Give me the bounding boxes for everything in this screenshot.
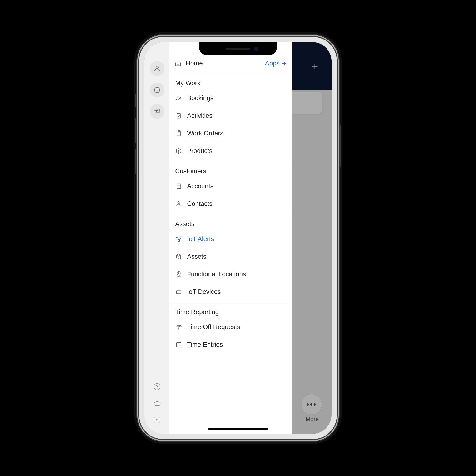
nav-panel: Home Apps My Work Bookings Activities xyxy=(170,42,292,434)
volume-up xyxy=(135,118,137,143)
cloud-icon xyxy=(153,400,161,407)
clipboard-icon xyxy=(175,130,182,137)
nav-label: Functional Locations xyxy=(187,271,246,278)
building-icon xyxy=(175,183,182,190)
svg-point-14 xyxy=(180,237,181,238)
nav-iot-devices[interactable]: IoT Devices xyxy=(170,283,292,301)
box-icon xyxy=(175,147,182,154)
section-time-reporting: Time Reporting xyxy=(170,303,292,318)
location-pin-icon xyxy=(175,271,182,278)
pin-icon xyxy=(153,108,161,115)
clock-icon xyxy=(153,86,161,94)
iot-alert-icon xyxy=(175,235,182,242)
package-wrench-icon xyxy=(175,253,182,260)
section-my-work: My Work xyxy=(170,74,292,89)
help-icon xyxy=(153,383,161,391)
svg-point-4 xyxy=(156,419,158,421)
nav-label: Work Orders xyxy=(187,130,223,137)
nav-bookings[interactable]: Bookings xyxy=(170,89,292,107)
nav-iot-alerts[interactable]: IoT Alerts xyxy=(170,230,292,248)
nav-contacts[interactable]: Contacts xyxy=(170,195,292,213)
palm-icon xyxy=(175,323,182,331)
nav-time-off-requests[interactable]: Time Off Requests xyxy=(170,318,292,336)
nav-activities[interactable]: Activities xyxy=(170,107,292,124)
nav-label: Time Entries xyxy=(187,341,223,348)
profile-button[interactable] xyxy=(150,61,165,76)
nav-time-entries[interactable]: Time Entries xyxy=(170,336,292,354)
nav-assets[interactable]: Assets xyxy=(170,248,292,265)
apps-link[interactable]: Apps xyxy=(265,60,287,67)
settings-button[interactable] xyxy=(153,416,161,424)
power-button xyxy=(339,125,341,167)
pinned-button[interactable] xyxy=(150,104,165,119)
home-icon xyxy=(175,60,181,67)
phone-frame: ＋ ••• More xyxy=(139,37,337,439)
gear-icon xyxy=(153,416,161,424)
calendar-icon xyxy=(175,341,182,348)
mute-switch xyxy=(135,94,137,107)
screen: ＋ ••• More xyxy=(144,42,332,434)
nav-label: IoT Alerts xyxy=(187,235,214,243)
nav-label: Activities xyxy=(187,112,213,119)
nav-label: Contacts xyxy=(187,200,213,207)
device-icon xyxy=(175,288,182,295)
section-customers: Customers xyxy=(170,162,292,177)
svg-point-6 xyxy=(179,97,181,99)
device-notch xyxy=(199,42,277,55)
section-assets: Assets xyxy=(170,215,292,230)
nav-label: Time Off Requests xyxy=(187,323,240,331)
volume-down xyxy=(135,149,137,174)
help-button[interactable] xyxy=(153,382,161,391)
offline-button[interactable] xyxy=(153,399,161,408)
nav-accounts[interactable]: Accounts xyxy=(170,177,292,195)
icon-rail xyxy=(144,42,170,434)
nav-label: Products xyxy=(187,147,213,155)
svg-point-0 xyxy=(156,66,158,68)
panel-header: Home Apps xyxy=(170,53,292,74)
home-label[interactable]: Home xyxy=(186,60,203,67)
svg-point-5 xyxy=(177,96,178,98)
nav-label: Assets xyxy=(187,253,206,260)
svg-point-13 xyxy=(177,237,178,238)
svg-rect-11 xyxy=(177,184,181,189)
nav-label: IoT Devices xyxy=(187,288,221,296)
nav-functional-locations[interactable]: Functional Locations xyxy=(170,265,292,283)
recent-button[interactable] xyxy=(150,83,165,97)
svg-point-12 xyxy=(178,202,180,204)
person-icon xyxy=(153,65,161,72)
svg-rect-18 xyxy=(177,343,181,347)
arrow-right-icon xyxy=(281,61,287,67)
clipboard-check-icon xyxy=(175,112,182,119)
home-indicator[interactable] xyxy=(208,428,268,430)
person-icon xyxy=(175,200,182,207)
svg-rect-17 xyxy=(177,290,181,294)
nav-label: Bookings xyxy=(187,95,214,102)
svg-point-3 xyxy=(157,388,157,389)
nav-products[interactable]: Products xyxy=(170,142,292,160)
nav-label: Accounts xyxy=(187,183,214,190)
apps-label: Apps xyxy=(265,60,280,67)
nav-work-orders[interactable]: Work Orders xyxy=(170,124,292,142)
people-icon xyxy=(175,95,182,102)
navigation-drawer: Home Apps My Work Bookings Activities xyxy=(144,42,292,434)
svg-point-16 xyxy=(178,272,179,274)
svg-rect-15 xyxy=(178,239,180,241)
